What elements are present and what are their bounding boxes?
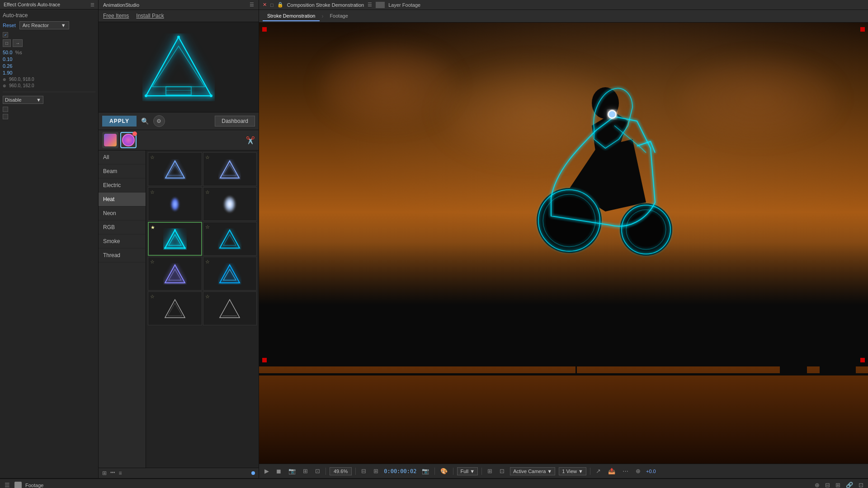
grid-item-5[interactable]: ★: [148, 222, 202, 256]
viewer-render-btn[interactable]: ⊡: [498, 467, 506, 475]
tl-icon-2[interactable]: ⊟: [824, 481, 831, 488]
tl-menu-icon[interactable]: ☰: [4, 481, 11, 488]
view-select[interactable]: 1 View ▼: [559, 467, 586, 475]
crane-pole: [576, 321, 577, 375]
star-3[interactable]: ☆: [150, 189, 155, 195]
cat-rgb[interactable]: RGB: [99, 221, 146, 235]
tab-1[interactable]: [102, 132, 118, 148]
cat-beam[interactable]: Beam: [99, 164, 146, 178]
viewer-share-btn[interactable]: 📤: [606, 467, 617, 475]
viewer-export-btn[interactable]: ↗: [594, 467, 603, 475]
install-pack-link[interactable]: Install Pack: [136, 13, 164, 19]
viewer-add-btn[interactable]: ⊕: [634, 467, 642, 475]
grid-item-10[interactable]: ☆: [203, 291, 257, 325]
dashboard-button[interactable]: Dashboard: [215, 116, 255, 127]
tab-2[interactable]: [120, 132, 137, 148]
grid-view-icon[interactable]: ⊞: [102, 470, 107, 476]
tl-icon-3[interactable]: ⊞: [835, 481, 841, 488]
preset-dropdown[interactable]: Arc Reactor ▼: [19, 21, 69, 29]
ground-line: [259, 373, 868, 375]
list-view-icon[interactable]: ≡: [119, 470, 122, 476]
dot-view-icon[interactable]: •••: [110, 470, 115, 476]
star-2[interactable]: ☆: [205, 155, 210, 160]
quality-select[interactable]: Full ▼: [457, 467, 478, 475]
as-top-nav: Free Items Install Pack: [99, 10, 259, 22]
close-icon[interactable]: ✕: [263, 2, 267, 8]
star-10[interactable]: ☆: [205, 294, 210, 300]
tl-footage-label: Footage: [25, 483, 43, 488]
apply-button[interactable]: APPLY: [102, 116, 137, 127]
viewer-resize-btn[interactable]: ⊟: [359, 467, 368, 475]
search-icon[interactable]: 🔍: [139, 116, 151, 127]
animation-studio-title: AnimationStudio: [103, 2, 139, 8]
third-checkbox[interactable]: [3, 114, 8, 119]
cat-thread[interactable]: Thread: [99, 249, 146, 263]
panel-menu-icon[interactable]: ☰: [90, 2, 94, 7]
lock-icon[interactable]: 🔒: [277, 2, 283, 8]
cat-smoke[interactable]: Smoke: [99, 235, 146, 249]
cat-heat[interactable]: Heat: [99, 192, 146, 206]
camera-select[interactable]: Active Camera ▼: [510, 467, 555, 475]
coord-icon-2: ⊕: [3, 84, 6, 88]
comp-bg: [259, 23, 868, 464]
viewer-cam-btn[interactable]: 📷: [287, 467, 297, 475]
effect-checkbox[interactable]: [3, 32, 8, 38]
free-items-link[interactable]: Free Items: [103, 13, 129, 19]
viewer-play-btn[interactable]: ▶: [263, 467, 271, 475]
icon-arrow[interactable]: →: [13, 39, 23, 47]
grid-item-6[interactable]: ☆: [203, 222, 257, 256]
tl-icon-4[interactable]: 🔗: [845, 481, 854, 488]
grid-item-3[interactable]: ☆: [148, 187, 202, 221]
star-4[interactable]: ☆: [205, 189, 210, 195]
svg-marker-23: [168, 303, 182, 316]
cat-neon[interactable]: Neon: [99, 206, 146, 221]
viewer-grid-btn[interactable]: ⊞: [301, 467, 310, 475]
viewer-stop-btn[interactable]: ◼: [274, 467, 283, 475]
star-5[interactable]: ★: [151, 225, 155, 230]
viewer-color-btn[interactable]: 🎨: [439, 467, 449, 475]
settings-icon-btn[interactable]: ⚙: [153, 115, 165, 127]
coord-2[interactable]: 960.0, 162.0: [9, 83, 34, 88]
disable-select[interactable]: Disable▼: [3, 96, 43, 104]
coord-1[interactable]: 960.0, 918.0: [9, 77, 34, 82]
effect-controls-header: Effect Controls Auto-trace ☰: [0, 0, 98, 9]
tl-icon-1[interactable]: ⊕: [814, 481, 821, 488]
zoom-display[interactable]: 49.6%: [330, 467, 352, 475]
reset-button[interactable]: Reset: [3, 23, 16, 28]
value-1[interactable]: 50.0: [3, 50, 12, 55]
tl-icon-5[interactable]: ⊡: [858, 481, 864, 488]
comp-tab-stroke[interactable]: Stroke Demonstration: [263, 11, 320, 21]
star-8[interactable]: ☆: [205, 259, 210, 265]
grid-item-4[interactable]: ☆: [203, 187, 257, 221]
as-menu-icon[interactable]: ☰: [250, 2, 254, 8]
as-toolbar: APPLY 🔍 ⚙ Dashboard: [99, 113, 259, 130]
animation-studio-panel: AnimationStudio ☰ Free Items Install Pac…: [99, 0, 259, 478]
viewer-more-btn[interactable]: ⋯: [621, 467, 630, 475]
viewer-comp-btn[interactable]: ⊞: [486, 467, 494, 475]
second-checkbox[interactable]: [3, 107, 8, 112]
value-2[interactable]: 0.10: [3, 56, 12, 62]
grid-item-7[interactable]: ☆: [148, 257, 202, 291]
viewer-snap-btn[interactable]: 📷: [420, 467, 431, 475]
star-9[interactable]: ☆: [150, 294, 155, 300]
star-7[interactable]: ☆: [150, 259, 155, 265]
viewer-expand-btn[interactable]: ⊞: [372, 467, 380, 475]
value-4[interactable]: 1.90: [3, 70, 12, 75]
svg-point-4: [177, 36, 180, 38]
svg-marker-12: [169, 235, 181, 245]
star-1[interactable]: ☆: [150, 155, 155, 160]
cat-all[interactable]: All: [99, 150, 146, 164]
grid-item-8[interactable]: ☆: [203, 257, 257, 291]
viewer-safe-btn[interactable]: ⊡: [313, 467, 322, 475]
cat-electric[interactable]: Electric: [99, 178, 146, 192]
grid-item-2[interactable]: ☆: [203, 152, 257, 186]
star-6[interactable]: ☆: [205, 224, 210, 230]
comp-menu-icon[interactable]: ☰: [368, 2, 372, 8]
grid-item-9[interactable]: ☆: [148, 291, 202, 325]
icon-square[interactable]: □: [3, 39, 11, 47]
effect-controls-panel: Effect Controls Auto-trace ☰ Auto-trace …: [0, 0, 99, 478]
comp-tab-footage[interactable]: Footage: [325, 11, 352, 21]
grid-item-1[interactable]: ☆: [148, 152, 202, 186]
value-3[interactable]: 0.26: [3, 63, 12, 69]
tools-icon[interactable]: ✂️: [246, 136, 255, 145]
